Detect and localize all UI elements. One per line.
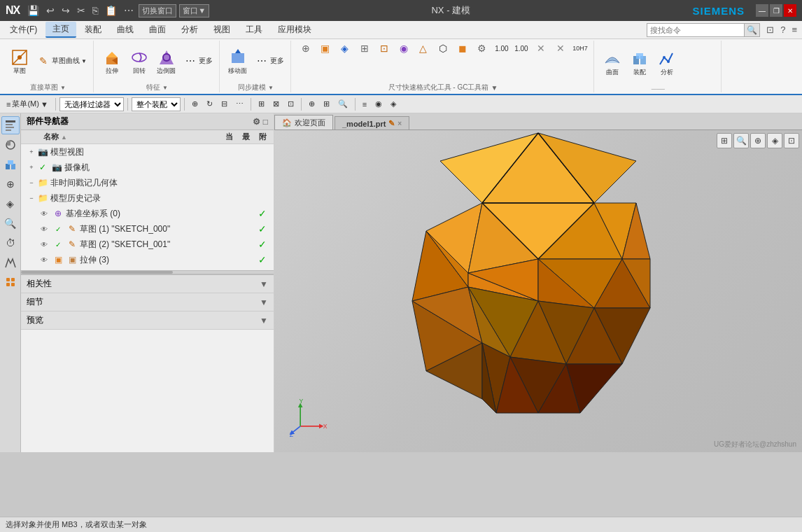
tool-btn-6[interactable]: ◉ [395,41,413,56]
analysis-view-btn[interactable]: 分析 [654,48,680,78]
vp-section-btn[interactable]: ⊡ [784,133,799,148]
col-dang[interactable]: 当 [220,132,237,142]
sync-more-btn[interactable]: ⋯ 更多 [253,53,286,69]
vp-orient-btn[interactable]: ⊕ [750,133,766,148]
display-btn[interactable]: ◉ [372,99,386,109]
paste-icon[interactable]: 📋 [103,5,119,16]
tool-btn-10[interactable]: ⚙ [473,41,491,56]
feature-group-label[interactable]: 特征 ▼ [99,83,215,92]
sync-group-label[interactable]: 同步建模 ▼ [225,83,286,92]
menu-surface[interactable]: 曲面 [142,22,173,37]
menu-more-icon[interactable]: ≡ [789,24,799,36]
filter-select[interactable]: 无选择过滤器 [59,97,124,111]
redo-icon[interactable]: ↪ [59,5,72,16]
tool-btn-11[interactable]: 1.00 [493,41,511,56]
menu-app[interactable]: 应用模块 [271,22,318,37]
menu-file[interactable]: 文件(F) [3,22,44,37]
tool-btn-7[interactable]: △ [414,41,432,56]
sketch-group-label[interactable]: 直接草图 ▼ [7,83,89,92]
close-btn[interactable]: ✕ [784,4,796,17]
extrude-btn[interactable]: 拉伸 [99,46,125,76]
nav-history-icon[interactable] [1,136,20,154]
minimize-btn[interactable]: — [756,4,768,17]
tree-item-model-view[interactable]: + 📷 模型视图 [21,144,274,160]
tree-item-base-coord[interactable]: 👁 ⊕ 基准坐标系 (0) ✓ [21,206,274,221]
snap-btn[interactable]: ⊕ [188,99,202,109]
help-icon[interactable]: ? [778,24,787,36]
detail-section[interactable]: 细节 ▼ [21,293,274,312]
viewport-canvas[interactable]: X Y Z ⊞ 🔍 ⊕ ◈ ⊡ UG爱好者论坛@zhzhshun [274,130,802,452]
move-face-btn[interactable]: 移动面 [225,46,251,76]
tool-btn-9[interactable]: ◼ [453,41,472,56]
filter-btn[interactable]: ⊟ [218,99,231,109]
select-all-btn[interactable]: ⊞ [255,99,268,109]
fit-btn[interactable]: ⊞ [320,99,333,109]
more-icon[interactable]: ⋯ [122,5,136,16]
vp-fit-btn[interactable]: ⊞ [717,133,732,148]
tree-item-camera[interactable]: + ✓ 📷 摄像机 [21,160,274,175]
tree-item-sketch2[interactable]: 👁 ✓ ✎ 草图 (2) "SKETCH_001" ✓ [21,237,274,252]
deselect-btn[interactable]: ⊠ [269,99,283,109]
tab-welcome[interactable]: 🏠 欢迎页面 [274,115,333,130]
expand-icon[interactable]: ⊡ [764,24,776,36]
assembly-btn[interactable]: 装配 [627,48,652,78]
restore-btn[interactable]: ❐ [770,4,782,17]
relevance-section[interactable]: 相关性 ▼ [21,275,274,293]
menu-view[interactable]: 视图 [206,22,237,37]
tree-item-sketch1[interactable]: 👁 ✓ ✎ 草图 (1) "SKETCH_000" ✓ [21,221,274,237]
menu-curve[interactable]: 曲线 [110,22,141,37]
expand-camera[interactable]: + [27,162,36,172]
sketch-btn[interactable]: 草图 [7,46,32,76]
tool-btn-12[interactable]: 1.00 [512,41,530,56]
surface-btn[interactable]: 曲面 [600,48,625,78]
nav-process-icon[interactable] [1,273,20,291]
navigator-tree[interactable]: + 📷 模型视图 + ✓ 📷 摄像机 − 📁 [21,144,274,270]
nav-feature-icon[interactable]: ◈ [1,195,20,213]
sketch-curve-btn[interactable]: ✎ 草图曲线 ▼ [34,53,89,69]
col-fu[interactable]: 附 [254,132,271,142]
tool-btn-1[interactable]: ⊕ [297,41,315,56]
nav-constraint-icon[interactable]: ⊕ [1,175,20,193]
tree-item-nontime[interactable]: − 📁 非时间戳记几何体 [21,175,274,190]
window-btn[interactable]: 窗口▼ [179,4,209,18]
menu-home[interactable]: 主页 [45,22,76,38]
tool-btn-5[interactable]: ⊡ [375,41,393,56]
tool-btn-8[interactable]: ⬡ [434,41,452,56]
expand-nontime[interactable]: − [27,178,36,188]
tab-model[interactable]: _model1.prt ✎ × [335,116,409,130]
tool-btn-2[interactable]: ▣ [316,41,335,56]
tab-close-btn[interactable]: × [398,120,402,127]
preview-section[interactable]: 预览 ▼ [21,312,274,330]
rotate-btn[interactable]: ↻ [203,99,216,109]
nav-assembly-icon[interactable] [1,155,20,174]
nav-maximize-icon[interactable]: □ [263,117,268,127]
expand-history[interactable]: − [27,193,36,203]
menu-tools[interactable]: 工具 [239,22,269,37]
tool-btn-15[interactable]: 10H7 [571,41,589,56]
search-button[interactable]: 🔍 [745,23,760,37]
tool-btn-3[interactable]: ◈ [336,41,354,56]
tree-item-history[interactable]: − 📁 模型历史记录 [21,190,274,206]
menu-btn[interactable]: ≡ 菜单(M) ▼ [3,98,52,110]
vp-zoom-btn[interactable]: 🔍 [733,133,749,148]
menu-analysis[interactable]: 分析 [174,22,205,37]
assembly-scope-select[interactable]: 整个装配 [132,97,181,111]
menu-assembly[interactable]: 装配 [78,22,108,37]
expand-model-view[interactable]: + [27,147,36,157]
tool-btn-4[interactable]: ⊞ [356,41,374,56]
col-name[interactable]: 名称 ▲ [24,132,220,142]
search-input[interactable] [647,23,745,37]
nav-part-icon[interactable] [1,116,20,134]
chamfer-btn[interactable]: 边倒圆 [154,46,179,76]
undo-icon[interactable]: ↩ [44,5,57,16]
more-btn2[interactable]: ⋯ [232,99,247,109]
zoom-btn[interactable]: 🔍 [335,99,351,109]
invert-btn[interactable]: ⊡ [284,99,297,109]
save-icon[interactable]: 💾 [25,5,41,16]
feature-more-btn[interactable]: ⋯ 更多 [181,53,215,69]
revolve-btn[interactable]: 回转 [127,46,152,76]
col-zui[interactable]: 最 [237,132,254,142]
nav-settings-icon[interactable]: ⚙ [253,117,260,127]
switch-window-btn[interactable]: 切换窗口 [139,4,176,18]
vp-render-btn[interactable]: ◈ [767,133,782,148]
